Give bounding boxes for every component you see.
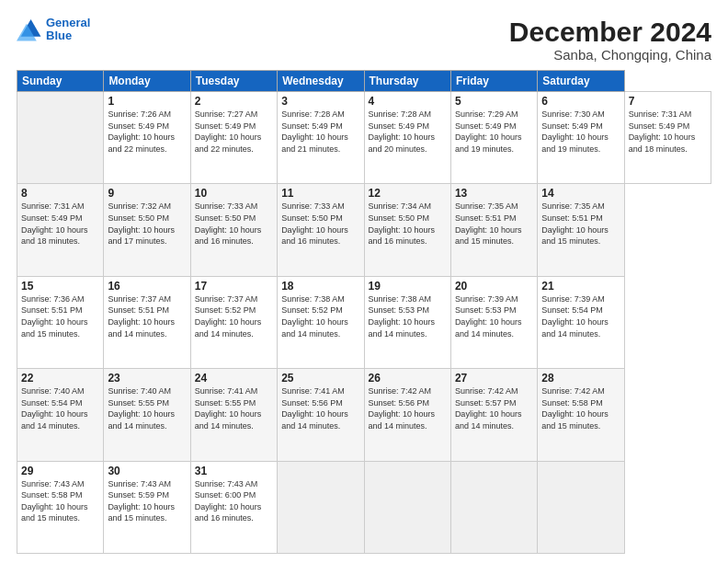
table-row: 7Sunrise: 7:31 AMSunset: 5:49 PMDaylight… [624, 92, 711, 184]
day-info: Sunrise: 7:42 AMSunset: 5:57 PMDaylight:… [455, 385, 533, 431]
day-number: 6 [541, 95, 620, 108]
table-row [364, 461, 450, 553]
table-row: 4Sunrise: 7:28 AMSunset: 5:49 PMDaylight… [364, 92, 450, 184]
table-row: 21Sunrise: 7:39 AMSunset: 5:54 PMDayligh… [538, 276, 624, 368]
day-info: Sunrise: 7:32 AMSunset: 5:50 PMDaylight:… [108, 201, 186, 247]
day-info: Sunrise: 7:41 AMSunset: 5:55 PMDaylight:… [195, 385, 273, 431]
table-row: 27Sunrise: 7:42 AMSunset: 5:57 PMDayligh… [450, 369, 537, 461]
calendar-header-row: Sunday Monday Tuesday Wednesday Thursday… [17, 71, 711, 92]
day-number: 25 [281, 372, 359, 385]
day-info: Sunrise: 7:43 AMSunset: 5:58 PMDaylight:… [21, 478, 99, 524]
day-number: 7 [629, 95, 707, 108]
header: General Blue December 2024 Sanba, Chongq… [17, 17, 711, 63]
day-info: Sunrise: 7:30 AMSunset: 5:49 PMDaylight:… [541, 109, 620, 155]
day-info: Sunrise: 7:42 AMSunset: 5:58 PMDaylight:… [541, 385, 620, 431]
calendar-title: December 2024 [509, 17, 711, 47]
calendar-week-row: 8Sunrise: 7:31 AMSunset: 5:49 PMDaylight… [17, 184, 711, 276]
table-row: 2Sunrise: 7:27 AMSunset: 5:49 PMDaylight… [190, 92, 277, 184]
day-info: Sunrise: 7:28 AMSunset: 5:49 PMDaylight:… [281, 109, 359, 155]
day-info: Sunrise: 7:26 AMSunset: 5:49 PMDaylight:… [108, 109, 186, 155]
table-row: 26Sunrise: 7:42 AMSunset: 5:56 PMDayligh… [364, 369, 450, 461]
table-row: 18Sunrise: 7:38 AMSunset: 5:52 PMDayligh… [278, 276, 364, 368]
table-row: 19Sunrise: 7:38 AMSunset: 5:53 PMDayligh… [364, 276, 450, 368]
day-number: 22 [21, 372, 99, 385]
day-info: Sunrise: 7:43 AMSunset: 5:59 PMDaylight:… [108, 478, 186, 524]
table-row: 3Sunrise: 7:28 AMSunset: 5:49 PMDaylight… [278, 92, 364, 184]
day-number: 3 [281, 95, 359, 108]
table-row: 16Sunrise: 7:37 AMSunset: 5:51 PMDayligh… [104, 276, 190, 368]
day-number: 20 [455, 280, 533, 293]
day-info: Sunrise: 7:33 AMSunset: 5:50 PMDaylight:… [281, 201, 359, 247]
col-thursday: Thursday [364, 71, 450, 92]
title-block: December 2024 Sanba, Chongqing, China [509, 17, 711, 63]
table-row: 14Sunrise: 7:35 AMSunset: 5:51 PMDayligh… [538, 184, 624, 276]
day-number: 21 [541, 280, 620, 293]
day-number: 14 [541, 187, 620, 200]
table-row: 6Sunrise: 7:30 AMSunset: 5:49 PMDaylight… [538, 92, 624, 184]
table-row [538, 461, 624, 553]
day-number: 8 [21, 187, 99, 200]
day-info: Sunrise: 7:43 AMSunset: 6:00 PMDaylight:… [195, 478, 273, 524]
day-number: 16 [108, 280, 186, 293]
day-info: Sunrise: 7:35 AMSunset: 5:51 PMDaylight:… [455, 201, 533, 247]
table-row: 1Sunrise: 7:26 AMSunset: 5:49 PMDaylight… [104, 92, 190, 184]
day-number: 1 [108, 95, 186, 108]
day-number: 31 [195, 465, 273, 477]
logo: General Blue [17, 17, 90, 43]
day-number: 2 [195, 95, 273, 108]
table-row: 22Sunrise: 7:40 AMSunset: 5:54 PMDayligh… [17, 369, 104, 461]
col-friday: Friday [450, 71, 537, 92]
day-number: 28 [541, 372, 620, 385]
day-info: Sunrise: 7:41 AMSunset: 5:56 PMDaylight:… [281, 385, 359, 431]
page: General Blue December 2024 Sanba, Chongq… [0, 0, 728, 563]
col-wednesday: Wednesday [278, 71, 364, 92]
calendar-week-row: 1Sunrise: 7:26 AMSunset: 5:49 PMDaylight… [17, 92, 711, 184]
table-row: 12Sunrise: 7:34 AMSunset: 5:50 PMDayligh… [364, 184, 450, 276]
day-info: Sunrise: 7:38 AMSunset: 5:53 PMDaylight:… [369, 293, 447, 339]
day-number: 23 [108, 372, 186, 385]
table-row: 15Sunrise: 7:36 AMSunset: 5:51 PMDayligh… [17, 276, 104, 368]
day-number: 19 [369, 280, 447, 293]
table-row: 29Sunrise: 7:43 AMSunset: 5:58 PMDayligh… [17, 461, 104, 553]
day-info: Sunrise: 7:39 AMSunset: 5:54 PMDaylight:… [541, 293, 620, 339]
col-saturday: Saturday [538, 71, 624, 92]
day-info: Sunrise: 7:40 AMSunset: 5:54 PMDaylight:… [21, 385, 99, 431]
day-number: 18 [281, 280, 359, 293]
table-row: 30Sunrise: 7:43 AMSunset: 5:59 PMDayligh… [104, 461, 190, 553]
table-row: 5Sunrise: 7:29 AMSunset: 5:49 PMDaylight… [450, 92, 537, 184]
day-number: 17 [195, 280, 273, 293]
table-row: 8Sunrise: 7:31 AMSunset: 5:49 PMDaylight… [17, 184, 104, 276]
calendar-week-row: 22Sunrise: 7:40 AMSunset: 5:54 PMDayligh… [17, 369, 711, 461]
table-row: 31Sunrise: 7:43 AMSunset: 6:00 PMDayligh… [190, 461, 277, 553]
day-number: 5 [455, 95, 533, 108]
table-row: 11Sunrise: 7:33 AMSunset: 5:50 PMDayligh… [278, 184, 364, 276]
day-number: 13 [455, 187, 533, 200]
calendar-table: Sunday Monday Tuesday Wednesday Thursday… [17, 70, 711, 554]
day-info: Sunrise: 7:37 AMSunset: 5:51 PMDaylight:… [108, 293, 186, 339]
logo-text: General Blue [46, 17, 90, 43]
day-number: 15 [21, 280, 99, 293]
day-number: 26 [369, 372, 447, 385]
day-number: 29 [21, 465, 99, 477]
day-info: Sunrise: 7:37 AMSunset: 5:52 PMDaylight:… [195, 293, 273, 339]
day-info: Sunrise: 7:27 AMSunset: 5:49 PMDaylight:… [195, 109, 273, 155]
day-info: Sunrise: 7:31 AMSunset: 5:49 PMDaylight:… [21, 201, 99, 247]
day-number: 10 [195, 187, 273, 200]
day-info: Sunrise: 7:34 AMSunset: 5:50 PMDaylight:… [369, 201, 447, 247]
table-row [450, 461, 537, 553]
table-row: 25Sunrise: 7:41 AMSunset: 5:56 PMDayligh… [278, 369, 364, 461]
day-info: Sunrise: 7:33 AMSunset: 5:50 PMDaylight:… [195, 201, 273, 247]
table-row [17, 92, 104, 184]
calendar-week-row: 29Sunrise: 7:43 AMSunset: 5:58 PMDayligh… [17, 461, 711, 553]
col-tuesday: Tuesday [190, 71, 277, 92]
day-number: 9 [108, 187, 186, 200]
day-info: Sunrise: 7:40 AMSunset: 5:55 PMDaylight:… [108, 385, 186, 431]
day-info: Sunrise: 7:35 AMSunset: 5:51 PMDaylight:… [541, 201, 620, 247]
table-row: 17Sunrise: 7:37 AMSunset: 5:52 PMDayligh… [190, 276, 277, 368]
col-monday: Monday [104, 71, 190, 92]
day-info: Sunrise: 7:39 AMSunset: 5:53 PMDaylight:… [455, 293, 533, 339]
table-row: 13Sunrise: 7:35 AMSunset: 5:51 PMDayligh… [450, 184, 537, 276]
col-sunday: Sunday [17, 71, 104, 92]
table-row [278, 461, 364, 553]
day-number: 12 [369, 187, 447, 200]
